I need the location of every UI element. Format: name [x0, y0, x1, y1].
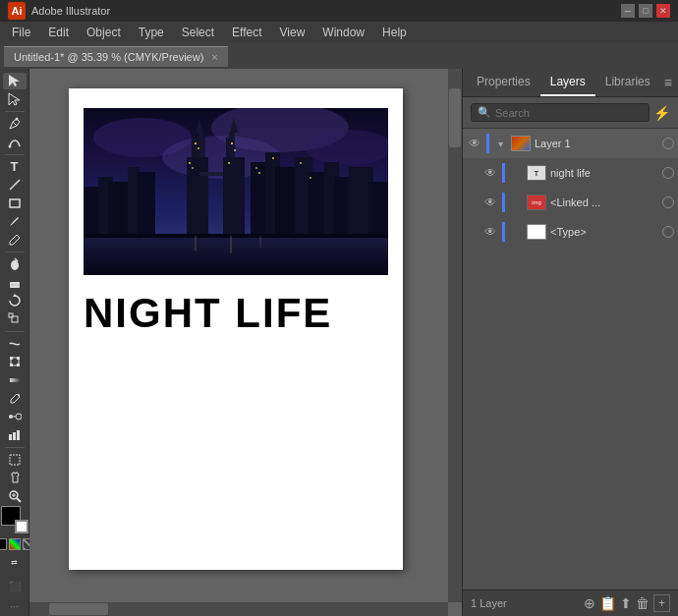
pencil-tool[interactable] [3, 232, 27, 249]
svg-rect-74 [84, 234, 388, 238]
locate-object-button[interactable]: ⊕ [584, 595, 595, 611]
svg-point-22 [9, 415, 13, 419]
app-icon: Ai [8, 2, 26, 20]
free-transform-tool[interactable] [3, 354, 27, 370]
new-layer-button[interactable]: + [653, 594, 670, 612]
filter-button[interactable]: ⚡ [653, 105, 670, 121]
delete-layer-button[interactable]: 🗑 [636, 595, 650, 611]
artboard-tool[interactable] [3, 452, 27, 469]
blend-tool[interactable] [3, 409, 27, 425]
paintbrush-tool[interactable] [3, 213, 27, 230]
blob-brush-tool[interactable] [3, 256, 27, 273]
title-bar-left: Ai Adobe Illustrator [8, 2, 110, 20]
window-controls[interactable]: ─ □ ✕ [621, 4, 670, 18]
layer-1-name[interactable]: Layer 1 [535, 138, 658, 149]
layer-1-visibility-toggle[interactable]: 👁 [467, 136, 482, 151]
toolbar-bottom-tools: ⬛ [3, 574, 27, 597]
curvature-tool[interactable] [3, 134, 27, 150]
layer-count-status: 1 Layer [471, 597, 580, 609]
menu-help[interactable]: Help [374, 24, 415, 41]
selection-tool[interactable] [3, 73, 27, 89]
svg-rect-73 [310, 177, 311, 179]
menu-type[interactable]: Type [131, 24, 172, 41]
sublayer-night-life-name[interactable]: night life [550, 167, 658, 179]
sublayer-type[interactable]: 👁 ▾ <Type> [463, 217, 678, 247]
more-tools-button[interactable]: ··· [10, 601, 18, 612]
toolbar-separator-5 [5, 447, 25, 448]
svg-rect-46 [187, 157, 208, 236]
sublayer-night-life[interactable]: 👁 ▾ T night life [463, 158, 678, 188]
menu-object[interactable]: Object [79, 24, 129, 41]
fill-mode-icon[interactable] [0, 538, 7, 550]
eyedropper-tool[interactable] [3, 390, 27, 407]
svg-rect-5 [10, 199, 20, 207]
menu-window[interactable]: Window [314, 24, 372, 41]
svg-rect-27 [17, 430, 20, 440]
eraser-tool[interactable] [3, 274, 27, 291]
sublayer-type-target[interactable] [662, 226, 674, 238]
sublayer-type-visibility[interactable]: 👁 [482, 224, 498, 240]
svg-rect-26 [13, 432, 16, 440]
type-tool[interactable]: T [3, 159, 27, 176]
tab-layers[interactable]: Layers [540, 69, 595, 96]
sublayer-linked-visibility[interactable]: 👁 [482, 195, 498, 210]
maximize-button[interactable]: □ [639, 4, 652, 18]
vertical-scrollbar[interactable] [448, 69, 462, 602]
search-input-wrap[interactable]: 🔍 [471, 103, 650, 122]
sublayer-linked[interactable]: 👁 ▾ img <Linked ... [463, 188, 678, 217]
rectangle-tool[interactable] [3, 196, 27, 212]
sublayer-linked-preview: img [527, 195, 546, 210]
menu-file[interactable]: File [4, 24, 38, 41]
tab-libraries[interactable]: Libraries [595, 69, 660, 96]
stroke-swatch[interactable] [15, 520, 28, 533]
sublayer-type-name[interactable]: <Type> [550, 226, 658, 238]
menu-effect[interactable]: Effect [224, 24, 269, 41]
scale-tool[interactable] [3, 310, 27, 327]
document-tab[interactable]: Untitled-1* @ 35.39 % (CMYK/Preview) × [4, 46, 228, 67]
menu-edit[interactable]: Edit [40, 24, 77, 41]
layer-row-1[interactable]: 👁 ▾ Layer 1 [463, 129, 678, 158]
direct-select-tool[interactable] [3, 91, 27, 108]
layer-1-thumbnail [511, 134, 531, 153]
horizontal-scroll-thumb[interactable] [49, 603, 108, 615]
sublayer-night-life-target[interactable] [662, 167, 674, 179]
rotate-tool[interactable] [3, 293, 27, 309]
close-button[interactable]: ✕ [656, 4, 670, 18]
create-layer-button[interactable]: 📋 [599, 595, 616, 611]
toolbar-separator-3 [5, 252, 25, 252]
horizontal-scrollbar[interactable] [29, 602, 448, 616]
layer-1-expand[interactable]: ▾ [493, 137, 507, 150]
gradient-tool[interactable] [3, 372, 27, 389]
sublayer-linked-target[interactable] [662, 196, 674, 208]
line-tool[interactable] [3, 177, 27, 194]
warp-tool[interactable] [3, 336, 27, 353]
color-swatch-group[interactable] [1, 506, 28, 533]
canvas-area[interactable]: NIGHT LIFE [29, 69, 462, 616]
svg-rect-50 [223, 157, 245, 236]
layer-1-target[interactable] [662, 138, 674, 149]
svg-rect-52 [199, 172, 223, 176]
column-graph-tool[interactable] [3, 426, 27, 443]
svg-rect-65 [192, 167, 194, 169]
hand-tool[interactable] [3, 470, 27, 486]
sublayer-night-life-visibility[interactable]: 👁 [482, 165, 498, 181]
zoom-tool[interactable] [3, 488, 27, 505]
minimize-button[interactable]: ─ [621, 4, 635, 18]
panel-menu-button[interactable]: ≡ [660, 71, 676, 94]
tab-bar: Untitled-1* @ 35.39 % (CMYK/Preview) × [0, 43, 678, 69]
svg-rect-38 [84, 236, 388, 275]
vertical-scroll-thumb[interactable] [449, 88, 461, 147]
swap-colors-button[interactable]: ⇄ [9, 556, 21, 568]
doc-tab-title: Untitled-1* @ 35.39 % (CMYK/Preview) [14, 51, 203, 63]
tab-properties[interactable]: Properties [467, 69, 540, 96]
sublayer-linked-name[interactable]: <Linked ... [550, 196, 658, 208]
tab-close-button[interactable]: × [211, 51, 217, 63]
screen-mode-button[interactable]: ⬛ [3, 574, 27, 597]
gradient-mode-icon[interactable] [9, 538, 21, 550]
pen-tool[interactable] [3, 116, 27, 133]
layer-search-input[interactable] [495, 107, 643, 119]
move-to-layer-button[interactable]: ⬆ [620, 595, 632, 611]
menu-select[interactable]: Select [174, 24, 222, 41]
menu-view[interactable]: View [272, 24, 313, 41]
svg-rect-43 [138, 172, 155, 236]
